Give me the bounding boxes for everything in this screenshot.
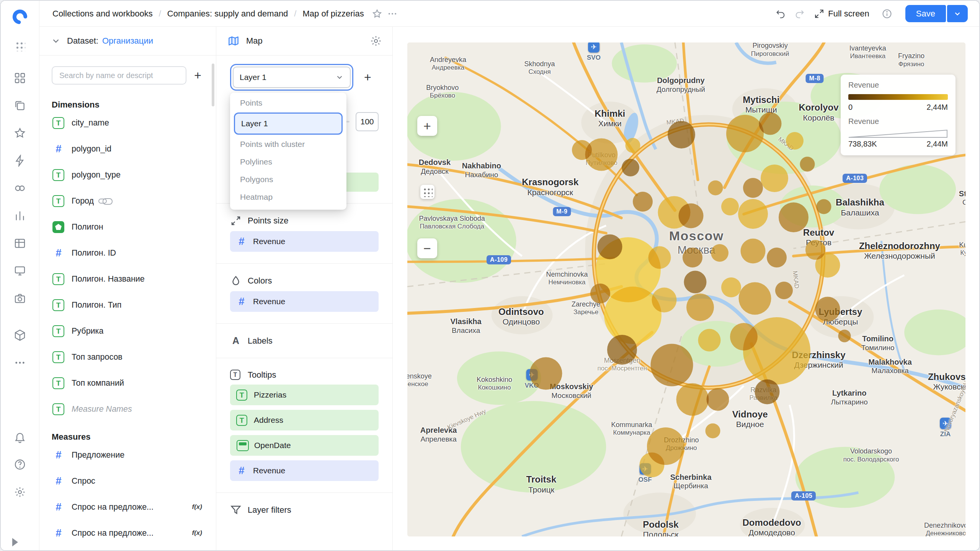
breadcrumb-item[interactable]: Collections and workbooks	[52, 9, 167, 19]
layer-opacity-input[interactable]: 100	[356, 112, 379, 131]
map-bubble[interactable]	[639, 452, 664, 477]
map-bubble[interactable]	[759, 112, 781, 135]
map-bubble[interactable]	[678, 204, 703, 228]
add-layer-button[interactable]: +	[364, 70, 371, 85]
map-bubble[interactable]	[815, 297, 840, 322]
map-bubble[interactable]	[684, 271, 707, 293]
notifications-bell-icon[interactable]	[11, 429, 28, 445]
map-bubble[interactable]	[668, 121, 695, 148]
map-bubble[interactable]	[705, 423, 720, 438]
dataset-field[interactable]: # polygon_id	[52, 136, 204, 162]
map-bubble[interactable]	[686, 293, 714, 321]
dataset-field[interactable]: Полигон	[52, 214, 204, 240]
map-bubble[interactable]	[711, 244, 728, 262]
map-bubble[interactable]	[626, 138, 640, 153]
map-bubble[interactable]	[721, 198, 739, 215]
dropdown-menu-item[interactable]: Points	[230, 94, 346, 112]
dataset-field[interactable]: # Спрос	[52, 468, 204, 494]
nav-favorites-icon[interactable]	[11, 125, 28, 142]
map-bubble[interactable]	[648, 246, 671, 269]
dataset-field[interactable]: T Топ запросов	[52, 344, 204, 370]
map-bubble[interactable]	[651, 344, 693, 386]
nav-connections-icon[interactable]	[11, 180, 28, 197]
nav-gallery-icon[interactable]	[11, 290, 28, 307]
nav-dashboards-icon[interactable]	[11, 70, 28, 86]
field-chip[interactable]: T Pizzerias	[230, 385, 379, 405]
map-bubble[interactable]	[683, 248, 702, 267]
map-bubble[interactable]	[743, 317, 810, 385]
dataset-field[interactable]: T Полигон. Тип	[52, 292, 204, 318]
scrollbar-thumb[interactable]	[212, 64, 214, 106]
map-bubble[interactable]	[786, 132, 804, 150]
undo-icon[interactable]	[773, 6, 788, 21]
nav-services-icon[interactable]	[11, 327, 28, 344]
dataset-field[interactable]: # Предложение	[52, 442, 204, 468]
collapse-panel-icon[interactable]	[12, 538, 18, 546]
field-chip[interactable]: # Revenue	[230, 460, 379, 481]
more-menu-icon[interactable]	[385, 6, 400, 21]
dropdown-menu-item[interactable]: Polygons	[230, 171, 346, 188]
help-icon[interactable]	[11, 456, 28, 473]
zoom-out-button[interactable]: −	[417, 238, 437, 258]
map-bubble[interactable]	[708, 180, 723, 195]
nav-charts-icon[interactable]	[11, 207, 28, 224]
map-bubble[interactable]	[738, 199, 768, 229]
map-bubble[interactable]	[726, 115, 764, 152]
map-bubble[interactable]	[529, 357, 562, 390]
nav-collections-icon[interactable]	[11, 97, 28, 114]
save-button[interactable]: Save	[905, 5, 946, 22]
settings-gear-icon[interactable]	[11, 484, 28, 500]
map-settings-gear-icon[interactable]	[370, 35, 382, 47]
dataset-field[interactable]: # Спрос на предложе...	[52, 520, 204, 546]
dataset-field[interactable]: # Полигон. ID	[52, 240, 204, 266]
map-bubble[interactable]	[622, 159, 639, 176]
info-icon[interactable]	[879, 6, 895, 21]
map-bubble[interactable]	[739, 282, 771, 315]
datalens-logo-icon[interactable]	[9, 6, 31, 28]
field-chip[interactable]: # Revenue	[230, 231, 379, 252]
nav-more-icon[interactable]	[11, 354, 28, 371]
dataset-field[interactable]: # Спрос на предложе...	[52, 494, 204, 520]
dataset-name-link[interactable]: Организации	[102, 36, 153, 46]
map-bubble[interactable]	[767, 248, 787, 267]
dataset-field[interactable]: T Топ компаний	[52, 370, 204, 396]
map-area-select-button[interactable]	[420, 185, 434, 199]
field-chip[interactable]: # Revenue	[230, 291, 379, 312]
map-canvas[interactable]: PirogovskiyПироговскийIvanteyevkaИвантее…	[407, 42, 965, 536]
map-bubble[interactable]	[800, 156, 815, 171]
dataset-field[interactable]: T city_name	[52, 110, 204, 136]
nav-functions-icon[interactable]	[11, 152, 28, 169]
dropdown-menu-item[interactable]: Heatmap	[230, 188, 346, 206]
map-bubble[interactable]	[838, 329, 851, 342]
dropdown-menu-item[interactable]: Layer 1	[234, 112, 343, 135]
breadcrumb-item[interactable]: Map of pizzerias	[302, 9, 364, 19]
map-bubble[interactable]	[743, 178, 763, 198]
map-bubble[interactable]	[590, 284, 610, 303]
chevron-down-icon[interactable]	[51, 36, 61, 46]
field-chip[interactable]: T Address	[230, 410, 379, 430]
dataset-field[interactable]: T Город	[52, 188, 204, 214]
map-bubble[interactable]	[706, 388, 729, 411]
redo-icon[interactable]	[792, 6, 807, 21]
dataset-field[interactable]: T polygon_type	[52, 162, 204, 188]
nav-presentations-icon[interactable]	[11, 262, 28, 279]
field-chip[interactable]: OpenDate	[230, 435, 379, 456]
map-bubble[interactable]	[607, 335, 637, 365]
map-bubble[interactable]	[815, 253, 840, 278]
nav-datasets-icon[interactable]	[11, 235, 28, 252]
map-bubble[interactable]	[572, 140, 592, 160]
dataset-field[interactable]: T Рубрика	[52, 318, 204, 344]
map-bubble[interactable]	[755, 379, 780, 404]
save-dropdown-button[interactable]	[947, 5, 968, 22]
map-bubble[interactable]	[698, 329, 720, 352]
breadcrumb-item[interactable]: Companies: supply and demand	[167, 9, 303, 19]
map-bubble[interactable]	[775, 282, 793, 299]
map-bubble[interactable]	[676, 383, 709, 416]
layer-select[interactable]: Layer 1	[233, 67, 351, 88]
map-bubble[interactable]	[761, 165, 788, 192]
full-screen-button[interactable]: Full screen	[811, 9, 872, 19]
map-bubble[interactable]	[740, 238, 765, 263]
dataset-search-input[interactable]	[52, 66, 186, 85]
dataset-field[interactable]: T Measure Names	[52, 396, 204, 422]
zoom-in-button[interactable]: +	[417, 116, 437, 136]
